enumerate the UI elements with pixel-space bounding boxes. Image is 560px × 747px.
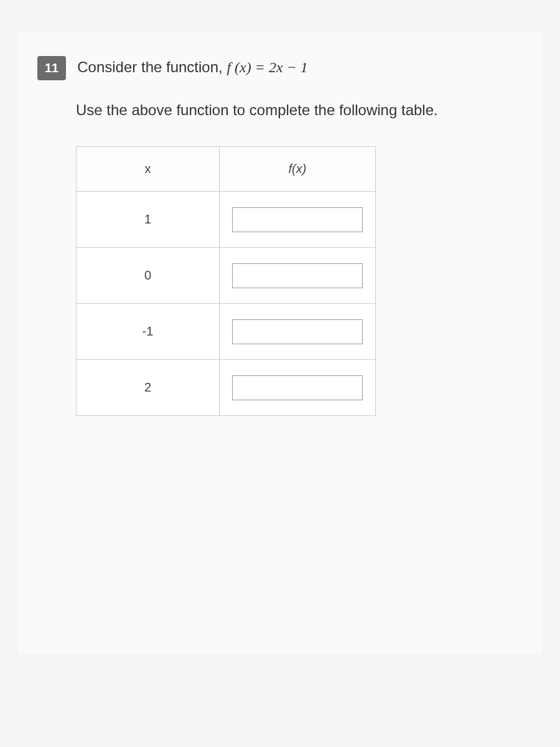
fx-cell: [220, 248, 376, 304]
table-row: -1: [77, 304, 376, 360]
question-prompt: Consider the function, f (x) = 2x − 1: [77, 56, 523, 78]
question-container: 11 Consider the function, f (x) = 2x − 1…: [19, 31, 541, 654]
table-row: 2: [77, 360, 376, 416]
fx-cell: [220, 304, 376, 360]
fx-input[interactable]: [232, 319, 363, 344]
fx-input[interactable]: [232, 207, 363, 232]
x-cell: 2: [77, 360, 220, 416]
fx-input[interactable]: [232, 375, 363, 400]
function-expression: f (x) = 2x − 1: [226, 59, 307, 75]
fx-cell: [220, 192, 376, 248]
table-row: 0: [77, 248, 376, 304]
fx-cell: [220, 360, 376, 416]
x-cell: 0: [77, 248, 220, 304]
question-instruction: Use the above function to complete the f…: [76, 99, 523, 121]
function-table: x f(x) 1 0 -1: [76, 146, 376, 416]
table-wrapper: x f(x) 1 0 -1: [76, 146, 523, 416]
header-fx: f(x): [220, 147, 376, 192]
x-cell: -1: [77, 304, 220, 360]
x-cell: 1: [77, 192, 220, 248]
question-number-badge: 11: [37, 56, 66, 80]
fx-input[interactable]: [232, 263, 363, 288]
prompt-prefix: Consider the function,: [77, 59, 226, 75]
header-x: x: [77, 147, 220, 192]
table-header-row: x f(x): [77, 147, 376, 192]
question-header: 11 Consider the function, f (x) = 2x − 1: [37, 56, 523, 80]
table-row: 1: [77, 192, 376, 248]
